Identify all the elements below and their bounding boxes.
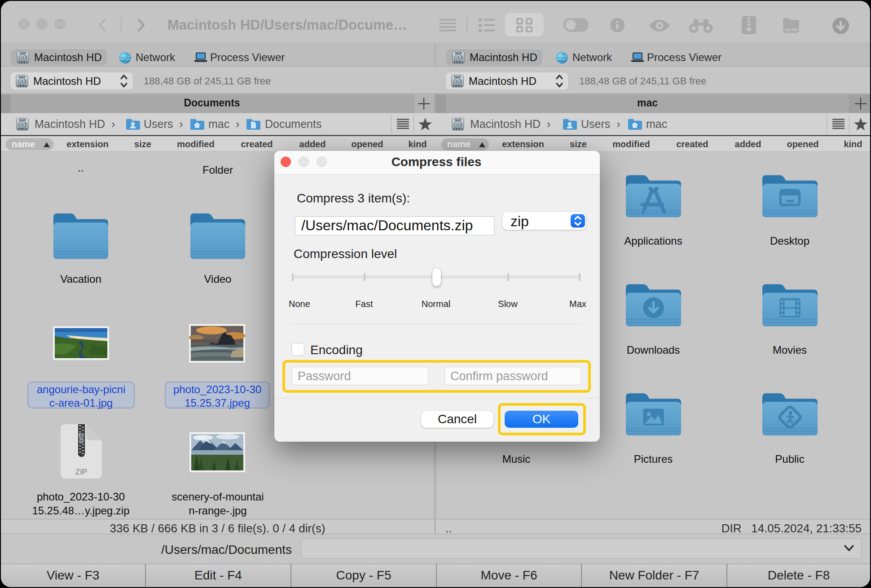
svg-text:ZIP: ZIP [75,468,87,476]
